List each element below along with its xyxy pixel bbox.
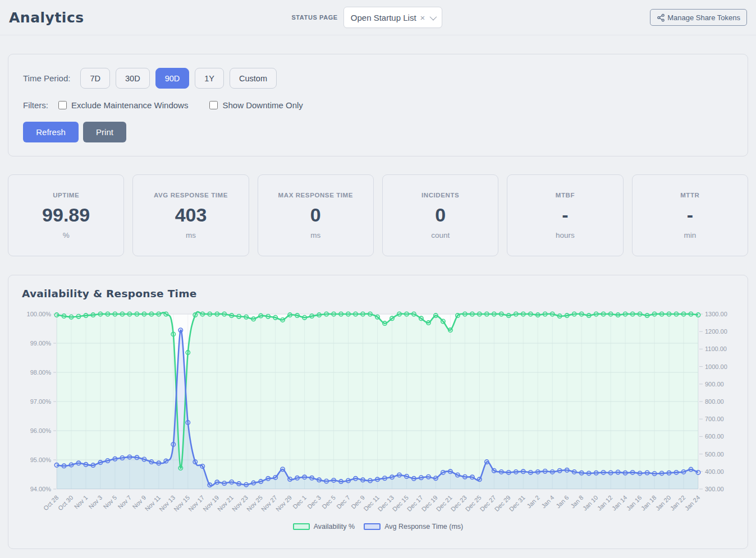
left-axis-tick-label: 98.00%: [30, 369, 52, 376]
x-axis-tick-label: Oct 28: [42, 494, 59, 511]
right-axis-tick-label: 700.00: [705, 416, 724, 422]
x-axis-tick-label: Dec 7: [335, 494, 351, 510]
left-axis-tick-label: 100.00%: [27, 311, 52, 317]
stat-label: AVG RESPONSE TIME: [154, 192, 228, 199]
stat-unit: min: [684, 231, 696, 239]
stat-card-incidents: INCIDENTS 0 count: [382, 174, 498, 256]
x-axis-tick-label: Oct 30: [57, 494, 74, 511]
x-axis-tick-label: Jan 2: [525, 494, 541, 510]
share-icon: [657, 13, 665, 22]
left-axis-tick-label: 94.00%: [30, 486, 52, 492]
page-title: Analytics: [9, 10, 84, 26]
right-axis-tick-label: 400.00: [705, 468, 724, 475]
stat-card-mtbf: MTBF - hours: [507, 174, 623, 256]
period-button-custom[interactable]: Custom: [230, 68, 277, 89]
x-axis-tick-label: Dec 31: [508, 494, 526, 513]
left-axis-tick-label: 95.00%: [30, 456, 52, 463]
stat-value: 99.89: [42, 204, 90, 226]
right-axis-tick-label: 600.00: [705, 433, 724, 440]
stat-unit: %: [63, 231, 70, 239]
show-downtime-checkbox-item: Show Downtime Only: [209, 100, 303, 110]
period-button-30d[interactable]: 30D: [116, 68, 150, 89]
x-axis-tick-label: Dec 3: [306, 494, 322, 510]
right-axis-tick-label: 900.00: [705, 381, 724, 388]
left-axis-tick-label: 96.00%: [30, 427, 52, 434]
stat-unit: ms: [186, 231, 196, 239]
period-button-90d[interactable]: 90D: [155, 68, 190, 89]
left-axis-tick-label: 99.00%: [30, 340, 52, 347]
stat-value: -: [687, 204, 693, 226]
clear-selection-icon[interactable]: ×: [420, 13, 425, 22]
stat-value: 0: [435, 204, 446, 226]
x-axis-tick-label: Nov 7: [116, 494, 132, 510]
stat-value: 403: [175, 204, 207, 226]
manage-share-tokens-button[interactable]: Manage Share Tokens: [650, 9, 747, 26]
chart-legend: Availability % Avg Response Time (ms): [22, 523, 734, 531]
left-axis-tick-label: 97.00%: [30, 398, 52, 405]
manage-share-tokens-label: Manage Share Tokens: [667, 13, 740, 22]
x-axis-tick-label: Dec 5: [320, 494, 337, 510]
x-axis-tick-label: Jan 16: [625, 494, 643, 512]
legend-item-availability[interactable]: Availability %: [293, 523, 355, 531]
period-button-7d[interactable]: 7D: [80, 68, 110, 89]
stat-card-max-response: MAX RESPONSE TIME 0 ms: [258, 174, 374, 256]
stat-value: -: [562, 204, 568, 226]
stat-label: MAX RESPONSE TIME: [278, 192, 354, 199]
right-axis-tick-label: 1300.00: [705, 311, 727, 317]
stat-label: MTTR: [680, 192, 699, 199]
status-page-selector-group: STATUS PAGE Open Startup List ×: [84, 7, 650, 28]
x-axis-tick-label: Dec 1: [291, 494, 308, 510]
stat-value: 0: [310, 204, 321, 226]
x-axis-tick-label: Jan 14: [611, 494, 629, 512]
chevron-down-icon: [430, 13, 437, 20]
stat-card-uptime: UPTIME 99.89 %: [8, 174, 124, 256]
response-time-swatch: [364, 523, 381, 530]
stat-label: UPTIME: [53, 192, 79, 199]
status-page-selected-value: Open Startup List: [351, 13, 416, 22]
show-downtime-label[interactable]: Show Downtime Only: [222, 100, 303, 110]
x-axis-tick-label: Jan 6: [555, 494, 570, 510]
stats-row: UPTIME 99.89 % AVG RESPONSE TIME 403 ms …: [8, 174, 748, 256]
x-axis-tick-label: Jan 22: [669, 494, 687, 512]
stat-unit: count: [431, 231, 450, 239]
time-period-buttons: 7D 30D 90D 1Y Custom: [80, 68, 276, 89]
legend-label: Avg Response Time (ms): [384, 523, 463, 531]
x-axis-tick-label: Nov 5: [102, 494, 118, 510]
stat-card-avg-response: AVG RESPONSE TIME 403 ms: [132, 174, 249, 256]
status-page-select[interactable]: Open Startup List ×: [343, 7, 443, 28]
status-page-label: STATUS PAGE: [291, 14, 337, 21]
time-period-label: Time Period:: [23, 73, 70, 83]
availability-response-chart: 100.00%99.00%98.00%97.00%96.00%95.00%94.…: [22, 306, 734, 522]
show-downtime-checkbox[interactable]: [209, 101, 218, 109]
stat-unit: hours: [556, 231, 575, 239]
x-axis-tick-label: Jan 24: [684, 494, 702, 512]
x-axis-tick-label: Jan 10: [581, 494, 599, 512]
print-button[interactable]: Print: [83, 122, 126, 142]
right-axis-tick-label: 500.00: [705, 451, 724, 458]
x-axis-tick-label: Jan 20: [654, 494, 672, 512]
stat-unit: ms: [310, 231, 320, 239]
exclude-maintenance-checkbox[interactable]: [58, 101, 67, 109]
period-button-1y[interactable]: 1Y: [195, 68, 224, 89]
x-axis-tick-label: Jan 12: [596, 494, 614, 512]
legend-item-response-time[interactable]: Avg Response Time (ms): [364, 523, 463, 531]
header: Analytics STATUS PAGE Open Startup List …: [0, 0, 756, 35]
right-axis-tick-label: 300.00: [705, 486, 724, 492]
x-axis-tick-label: Nov 1: [73, 494, 89, 510]
right-axis-tick-label: 800.00: [705, 398, 724, 405]
right-axis-tick-label: 1000.00: [705, 363, 727, 370]
stat-card-mttr: MTTR - min: [632, 174, 748, 256]
exclude-maintenance-label[interactable]: Exclude Maintenance Windows: [71, 100, 188, 110]
filters-label: Filters:: [23, 100, 48, 110]
stat-label: INCIDENTS: [421, 192, 459, 199]
exclude-maintenance-checkbox-item: Exclude Maintenance Windows: [58, 100, 188, 110]
refresh-button[interactable]: Refresh: [23, 122, 79, 142]
right-axis-tick-label: 1200.00: [705, 328, 727, 335]
stat-label: MTBF: [556, 192, 575, 199]
chart-panel: Availability & Response Time 100.00%99.0…: [8, 275, 748, 549]
right-axis-tick-label: 1100.00: [705, 345, 727, 352]
x-axis-tick-label: Jan 4: [540, 494, 556, 510]
x-axis-tick-label: Nov 29: [274, 494, 293, 513]
chart-title: Availability & Response Time: [22, 288, 734, 299]
x-axis-tick-label: Nov 3: [87, 494, 103, 510]
